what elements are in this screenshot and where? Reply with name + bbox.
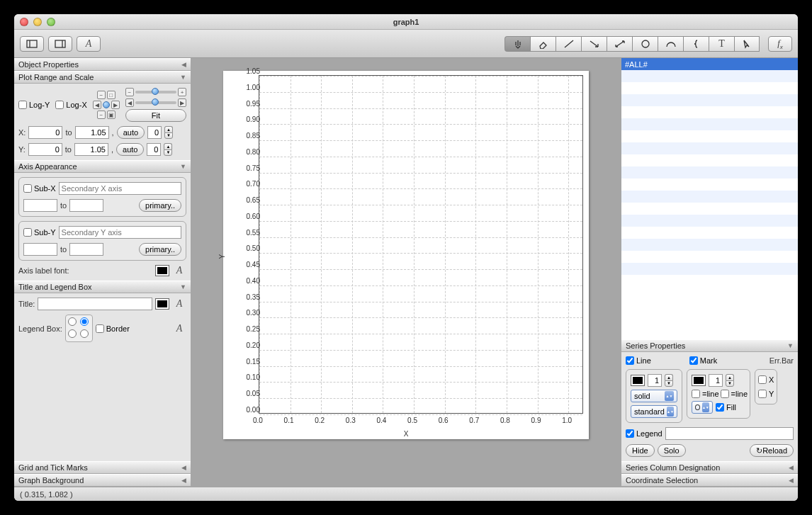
suby-to-input[interactable]: [69, 243, 103, 256]
sidebar-left-toggle[interactable]: [20, 36, 44, 52]
secondary-x-input[interactable]: [59, 182, 181, 195]
line-type-select[interactable]: standard▲▼: [631, 405, 677, 418]
errbar-x-checkbox[interactable]: X: [758, 375, 774, 384]
section-axis-appearance[interactable]: Axis Appearance▼: [14, 160, 191, 173]
legend-font-button[interactable]: A: [172, 323, 186, 334]
list-item[interactable]: [621, 275, 798, 287]
list-item[interactable]: [621, 70, 798, 82]
function-tool[interactable]: fx: [768, 36, 792, 52]
list-item[interactable]: [621, 106, 798, 118]
list-item[interactable]: [621, 227, 798, 239]
sub-y-checkbox[interactable]: Sub-Y: [23, 228, 56, 237]
titlebar[interactable]: graph1: [14, 14, 798, 30]
line-style-select[interactable]: solid▲▼: [631, 390, 677, 402]
mark-shape-select[interactable]: ▲▼: [692, 401, 713, 414]
section-plot-range[interactable]: Plot Range and Scale▼: [14, 71, 191, 84]
list-item[interactable]: [621, 263, 798, 275]
list-item[interactable]: [621, 203, 798, 215]
line-width-input[interactable]: [648, 374, 662, 387]
font-button[interactable]: A: [77, 36, 101, 52]
subx-from-input[interactable]: [23, 199, 57, 212]
section-title-legend[interactable]: Title and Legend Box▼: [14, 281, 191, 293]
section-coord-sel[interactable]: Coordinate Selection◀: [621, 474, 798, 487]
secondary-y-input[interactable]: [59, 226, 181, 239]
brace-tool[interactable]: [683, 36, 709, 52]
list-item[interactable]: #ALL#: [621, 58, 798, 70]
eqline2-checkbox[interactable]: =line: [721, 390, 748, 398]
list-item[interactable]: [621, 179, 798, 191]
x-step-input[interactable]: [147, 126, 162, 139]
title-font-button[interactable]: A: [172, 298, 186, 310]
fit-button[interactable]: Fit: [125, 109, 186, 122]
list-item[interactable]: [621, 215, 798, 227]
series-list[interactable]: #ALL#: [621, 58, 798, 339]
mark-size-stepper[interactable]: ▲▼: [726, 374, 734, 387]
circle-tool[interactable]: [632, 36, 658, 52]
section-graph-bg[interactable]: Graph Background◀: [14, 474, 191, 487]
sub-x-checkbox[interactable]: Sub-X: [23, 184, 56, 193]
legend-checkbox[interactable]: Legend: [626, 429, 662, 438]
section-grid-ticks[interactable]: Grid and Tick Marks◀: [14, 461, 191, 474]
list-item[interactable]: [621, 251, 798, 263]
hide-button[interactable]: Hide: [626, 444, 655, 457]
x-from-input[interactable]: [28, 126, 62, 139]
x-stepper[interactable]: ▲▼: [164, 126, 173, 139]
mark-size-input[interactable]: [709, 374, 723, 387]
y-to-input[interactable]: [74, 143, 108, 156]
text-tool[interactable]: T: [709, 36, 734, 52]
list-item[interactable]: [621, 82, 798, 94]
list-item[interactable]: [621, 239, 798, 251]
y-from-input[interactable]: [28, 143, 62, 156]
legend-text-input[interactable]: [665, 427, 794, 440]
line-width-stepper[interactable]: ▲▼: [665, 374, 673, 387]
eqline1-checkbox[interactable]: =line: [692, 390, 719, 398]
list-item[interactable]: [621, 142, 798, 154]
x-to-input[interactable]: [75, 126, 109, 139]
axis-font-button[interactable]: A: [172, 265, 186, 276]
arc-tool[interactable]: [658, 36, 683, 52]
fill-checkbox[interactable]: Fill: [716, 403, 736, 412]
section-series-props[interactable]: Series Properties▼: [621, 339, 798, 352]
mark-checkbox[interactable]: Mark: [689, 356, 717, 365]
pan-tool[interactable]: [504, 36, 530, 52]
line-checkbox[interactable]: Line: [626, 356, 651, 365]
list-item[interactable]: [621, 94, 798, 106]
eraser-tool[interactable]: [530, 36, 556, 52]
subx-to-input[interactable]: [69, 199, 103, 212]
arrow-tool[interactable]: [581, 36, 607, 52]
zoom-sliders-y[interactable]: −□ ◀▶ −▣: [93, 91, 120, 119]
errbar-y-checkbox[interactable]: Y: [758, 390, 774, 398]
section-series-column[interactable]: Series Column Designation◀: [621, 461, 798, 474]
line-color[interactable]: [631, 375, 645, 386]
zoom-reset-icon[interactable]: □: [107, 91, 115, 99]
graph-canvas[interactable]: Y X 0.000.050.100.150.200.250.300.350.40…: [191, 58, 621, 487]
title-color[interactable]: [155, 298, 169, 310]
border-checkbox[interactable]: Border: [96, 324, 130, 333]
legend-position[interactable]: [65, 315, 93, 342]
y-step-input[interactable]: [147, 143, 161, 156]
log-x-checkbox[interactable]: Log-X: [55, 101, 86, 109]
sidebar-right-toggle[interactable]: [48, 36, 72, 52]
subx-primary-button[interactable]: primary..: [139, 199, 181, 212]
list-item[interactable]: [621, 166, 798, 179]
section-object-properties[interactable]: Object Properties◀: [14, 58, 191, 71]
list-item[interactable]: [621, 130, 798, 142]
list-item[interactable]: [621, 191, 798, 203]
zoom-out-icon[interactable]: −: [97, 91, 106, 99]
suby-from-input[interactable]: [23, 243, 57, 256]
axis-font-color[interactable]: [155, 265, 169, 276]
title-input[interactable]: [38, 298, 152, 310]
double-arrow-tool[interactable]: [607, 36, 632, 52]
reload-button[interactable]: ↻ Reload: [750, 444, 794, 457]
x-auto-button[interactable]: auto: [117, 126, 145, 139]
list-item[interactable]: [621, 154, 798, 166]
y-auto-button[interactable]: auto: [116, 143, 144, 156]
pointer-tool[interactable]: [734, 36, 760, 52]
mark-color[interactable]: [692, 375, 706, 386]
y-stepper[interactable]: ▲▼: [164, 143, 172, 156]
solo-button[interactable]: Solo: [658, 444, 686, 457]
line-tool[interactable]: [556, 36, 581, 52]
list-item[interactable]: [621, 118, 798, 130]
log-y-checkbox[interactable]: Log-Y: [18, 101, 50, 109]
suby-primary-button[interactable]: primary..: [139, 243, 181, 256]
